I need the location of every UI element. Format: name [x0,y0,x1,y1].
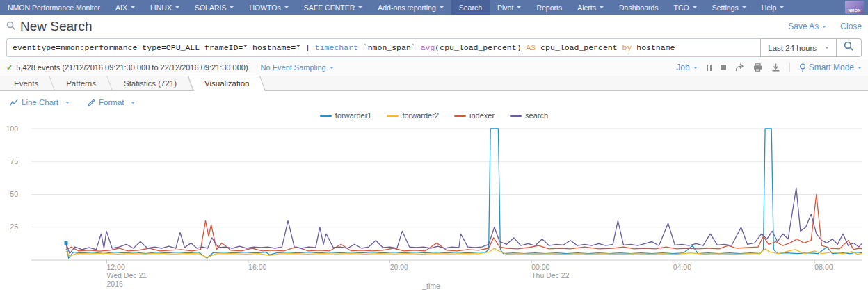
stop-icon [721,65,726,70]
tab-patterns[interactable]: Patterns [52,76,110,90]
bulb-icon [799,63,806,72]
x-axis-label: 20:00 [390,263,408,271]
caret-down-icon [600,6,604,8]
caret-down-icon [517,6,521,8]
results-tabs: EventsPatternsStatistics (721)Visualizat… [0,76,868,91]
nav-item-solaris[interactable]: SOLARIS [187,0,242,15]
search-submit-button[interactable] [837,38,862,57]
nav-item-pivot[interactable]: Pivot [490,0,529,15]
timechart-plot[interactable]: 25507510012:00Wed Dec 21201616:0020:0000… [0,120,868,290]
nav-item-linux[interactable]: LINUX [143,0,187,15]
series-line-indexer[interactable] [66,195,862,252]
page-title: New Search [6,19,93,34]
nav-item-alerts[interactable]: Alerts [570,0,611,15]
search-header: New Search Save As Close [0,15,868,36]
query-token-plain: eventtype=nmon:performance type=CPU_ALL … [13,43,315,52]
nav-item-label: TCO [674,3,689,12]
nav-item-search[interactable]: Search [451,0,490,15]
x-axis-label: 2016 [107,280,124,288]
x-axis-label: Thu Dec 22 [531,271,569,280]
legend-swatch [454,115,466,117]
search-icon [844,41,854,54]
nav-item-reports[interactable]: Reports [529,0,570,15]
job-menu[interactable]: Job [676,63,697,72]
caret-down-icon [825,47,829,49]
legend-swatch [387,115,399,117]
nav-item-dashboards[interactable]: Dashboards [611,0,666,15]
nav-item-label: Dashboards [619,3,659,12]
line-chart-icon [10,99,18,106]
search-mode-menu[interactable]: Smart Mode [799,63,862,72]
event-sampling-menu[interactable]: No Event Sampling [261,63,334,72]
tab-label: Visualization [204,79,249,88]
nav-item-settings[interactable]: Settings [705,0,754,15]
nav-item-howtos[interactable]: HOWTOs [241,0,296,15]
nav-item-label: AIX [115,3,127,12]
check-icon: ✓ [6,63,13,72]
caret-down-icon [175,6,179,8]
nav-item-label: Reports [536,3,562,12]
tab-visualization[interactable]: Visualization [191,76,263,90]
query-token-keyword: AS [526,43,536,52]
stop-button[interactable] [721,65,726,70]
close-button[interactable]: Close [840,22,862,31]
nav-item-nmon-performance-monitor[interactable]: NMON Performance Monitor [0,0,108,15]
tab-label: Events [14,79,38,88]
nav-item-label: LINUX [150,3,172,12]
tab-events[interactable]: Events [0,76,52,90]
viz-controls: Line Chart Format [0,91,868,106]
share-button[interactable] [735,63,744,72]
nav-item-add-ons-reporting[interactable]: Add-ons reporting [370,0,451,15]
legend-item-forwarder2[interactable]: forwarder2 [387,111,439,120]
caret-down-icon [284,6,289,8]
tab-label: Patterns [66,79,96,88]
legend-label: forwarder2 [402,111,439,120]
search-query-input[interactable]: eventtype=nmon:performance type=CPU_ALL … [6,38,760,57]
save-as-button[interactable]: Save As [788,22,826,31]
time-range-label: Last 24 hours [768,44,817,52]
nav-item-tco[interactable]: TCO [666,0,705,15]
print-button[interactable] [753,63,762,72]
tab-statistics-721-[interactable]: Statistics (721) [110,76,191,90]
x-axis-title: _time [421,282,440,290]
divider [789,63,790,72]
series-line-forwarder1[interactable] [66,129,862,258]
nav-item-label: Search [459,3,482,12]
x-axis-label: 04:00 [673,263,691,271]
pause-button[interactable] [707,65,712,71]
nav-item-label: SAFE CENTER [304,3,355,12]
x-axis-label: 12:00 [107,263,125,271]
query-token-function: avg [421,43,435,52]
caret-down-icon [65,102,70,104]
nav-item-aix[interactable]: AIX [108,0,143,15]
nav-item-safe-center[interactable]: SAFE CENTER [296,0,371,15]
print-icon [753,63,762,72]
y-axis-label-50: 50 [10,190,18,198]
caret-down-icon [131,102,135,104]
query-token-keyword: by [622,43,632,52]
caret-down-icon [693,6,697,8]
query-token-plain: cpu_load_percent [536,43,622,52]
query-token-plain: `nmon_span` [358,43,421,52]
caret-down-icon [440,6,444,8]
legend-item-search[interactable]: search [510,111,548,120]
caret-down-icon [822,26,826,28]
series-line-search[interactable] [66,188,862,254]
legend-swatch [320,115,332,117]
format-menu[interactable]: Format [88,98,135,106]
export-button[interactable] [771,63,780,72]
y-axis-label-75: 75 [10,157,18,166]
legend-item-indexer[interactable]: indexer [454,111,495,120]
nav-item-label: Help [762,3,777,12]
query-token-plain: (cpu_load_percent) [435,43,526,52]
y-axis-label-100: 100 [6,124,18,133]
legend-item-forwarder1[interactable]: forwarder1 [320,111,372,120]
time-range-picker[interactable]: Last 24 hours [760,38,837,57]
chart-type-menu[interactable]: Line Chart [10,98,70,106]
nmon-logo[interactable]: NMON [845,1,864,14]
search-bar: eventtype=nmon:performance type=CPU_ALL … [6,38,862,57]
legend-label: indexer [469,111,495,120]
x-axis-label: Wed Dec 21 [107,271,147,280]
caret-down-icon [131,6,135,8]
nav-item-help[interactable]: Help [754,0,792,15]
